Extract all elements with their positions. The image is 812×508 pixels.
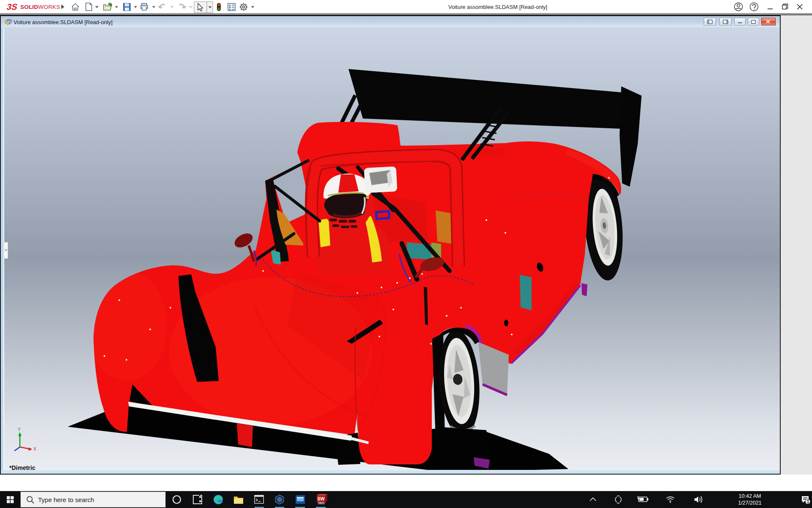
svg-text:3S: 3S [6,3,19,11]
svg-text:SOLIDWORKS: SOLIDWORKS [20,4,60,10]
svg-text:1: 1 [807,500,809,504]
svg-text:*Dimetric: *Dimetric [9,464,36,470]
svg-text:SW: SW [318,496,325,501]
svg-text:Y: Y [18,427,21,432]
svg-text:X: X [33,447,36,451]
svg-text:2021: 2021 [318,502,325,505]
